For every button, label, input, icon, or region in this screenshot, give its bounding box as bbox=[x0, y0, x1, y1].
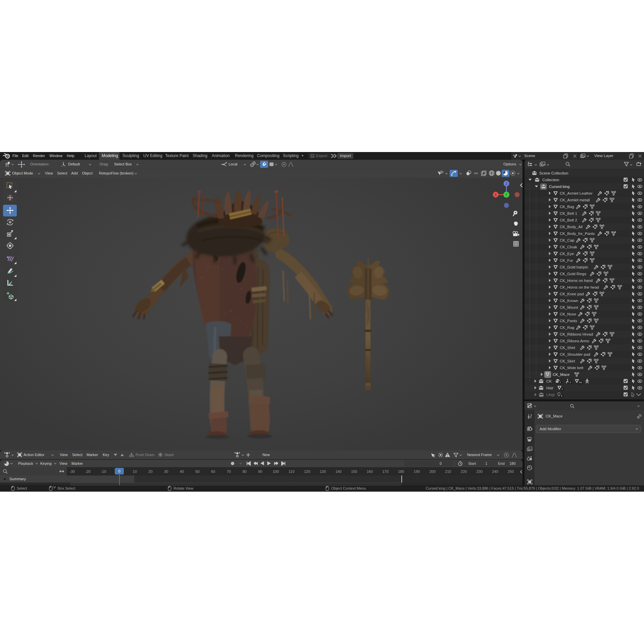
svg-text:X: X bbox=[494, 193, 497, 197]
svg-text:Z: Z bbox=[505, 182, 508, 186]
svg-text:Y: Y bbox=[505, 193, 508, 197]
